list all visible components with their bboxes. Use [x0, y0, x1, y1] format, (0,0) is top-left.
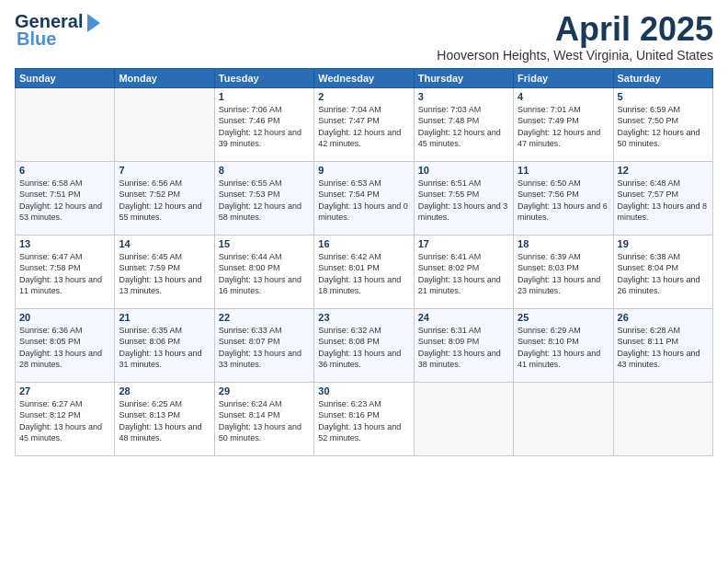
daylight-text: Daylight: 12 hours and 50 minutes. [618, 128, 700, 149]
day-cell-5-5 [414, 382, 513, 455]
day-info: Sunrise: 6:55 AMSunset: 7:53 PMDaylight:… [219, 178, 310, 224]
daylight-text: Daylight: 12 hours and 53 minutes. [19, 201, 102, 223]
sunset-text: Sunset: 8:16 PM [318, 410, 380, 419]
day-number: 8 [219, 165, 310, 176]
sunrise-text: Sunrise: 7:06 AM [219, 105, 282, 114]
day-number: 7 [119, 165, 210, 176]
day-info: Sunrise: 6:39 AMSunset: 8:03 PMDaylight:… [518, 251, 609, 297]
day-cell-2-1: 6Sunrise: 6:58 AMSunset: 7:51 PMDaylight… [16, 161, 115, 235]
sunset-text: Sunset: 8:05 PM [19, 337, 81, 346]
day-number: 23 [318, 312, 409, 323]
day-number: 5 [618, 91, 709, 102]
sunrise-text: Sunrise: 7:01 AM [518, 105, 581, 114]
day-info: Sunrise: 6:33 AMSunset: 8:07 PMDaylight:… [219, 325, 310, 371]
logo: General Blue [15, 11, 100, 50]
daylight-text: Daylight: 13 hours and 52 minutes. [318, 422, 401, 443]
col-thursday: Thursday [414, 68, 513, 87]
day-cell-5-6 [514, 382, 613, 455]
day-number: 3 [418, 91, 509, 102]
sunset-text: Sunset: 7:53 PM [219, 190, 280, 199]
day-cell-4-4: 23Sunrise: 6:32 AMSunset: 8:08 PMDayligh… [314, 308, 414, 382]
sunrise-text: Sunrise: 6:36 AM [19, 326, 83, 335]
day-info: Sunrise: 6:58 AMSunset: 7:51 PMDaylight:… [19, 178, 110, 224]
day-number: 15 [219, 238, 310, 249]
day-cell-2-7: 12Sunrise: 6:48 AMSunset: 7:57 PMDayligh… [613, 161, 712, 235]
day-info: Sunrise: 7:03 AMSunset: 7:48 PMDaylight:… [418, 104, 509, 150]
sunrise-text: Sunrise: 6:33 AM [219, 326, 282, 335]
daylight-text: Daylight: 13 hours and 23 minutes. [518, 275, 600, 296]
day-cell-1-7: 5Sunrise: 6:59 AMSunset: 7:50 PMDaylight… [613, 87, 712, 161]
day-info: Sunrise: 7:04 AMSunset: 7:47 PMDaylight:… [318, 104, 409, 150]
calendar-header-row: Sunday Monday Tuesday Wednesday Thursday… [16, 68, 713, 87]
col-tuesday: Tuesday [214, 68, 313, 87]
day-info: Sunrise: 6:38 AMSunset: 8:04 PMDaylight:… [618, 251, 709, 297]
daylight-text: Daylight: 13 hours and 50 minutes. [219, 422, 301, 443]
day-cell-3-4: 16Sunrise: 6:42 AMSunset: 8:01 PMDayligh… [314, 235, 414, 308]
page: General Blue April 2025 Hooverson Height… [0, 0, 728, 563]
day-number: 2 [318, 91, 409, 102]
day-number: 30 [318, 385, 409, 396]
day-info: Sunrise: 6:41 AMSunset: 8:02 PMDaylight:… [418, 251, 509, 297]
daylight-text: Daylight: 12 hours and 39 minutes. [219, 128, 301, 149]
day-cell-5-4: 30Sunrise: 6:23 AMSunset: 8:16 PMDayligh… [314, 382, 414, 455]
daylight-text: Daylight: 13 hours and 0 minutes. [318, 201, 408, 223]
day-number: 14 [119, 238, 210, 249]
sunrise-text: Sunrise: 6:53 AM [318, 178, 381, 188]
day-cell-4-1: 20Sunrise: 6:36 AMSunset: 8:05 PMDayligh… [16, 308, 115, 382]
day-number: 24 [418, 312, 509, 323]
sunrise-text: Sunrise: 6:59 AM [618, 105, 681, 114]
sunset-text: Sunset: 8:01 PM [318, 263, 380, 272]
sunset-text: Sunset: 7:58 PM [19, 263, 81, 272]
day-cell-4-6: 25Sunrise: 6:29 AMSunset: 8:10 PMDayligh… [514, 308, 613, 382]
daylight-text: Daylight: 13 hours and 41 minutes. [518, 349, 600, 370]
day-cell-5-2: 28Sunrise: 6:25 AMSunset: 8:13 PMDayligh… [115, 382, 214, 455]
day-cell-4-2: 21Sunrise: 6:35 AMSunset: 8:06 PMDayligh… [115, 308, 214, 382]
sunrise-text: Sunrise: 6:41 AM [418, 252, 482, 261]
day-cell-1-6: 4Sunrise: 7:01 AMSunset: 7:49 PMDaylight… [514, 87, 613, 161]
day-cell-5-1: 27Sunrise: 6:27 AMSunset: 8:12 PMDayligh… [16, 382, 115, 455]
day-cell-2-2: 7Sunrise: 6:56 AMSunset: 7:52 PMDaylight… [115, 161, 214, 235]
week-row-1: 1Sunrise: 7:06 AMSunset: 7:46 PMDaylight… [16, 87, 713, 161]
sunset-text: Sunset: 8:00 PM [219, 263, 280, 272]
day-cell-2-6: 11Sunrise: 6:50 AMSunset: 7:56 PMDayligh… [514, 161, 613, 235]
sunrise-text: Sunrise: 6:50 AM [518, 178, 581, 188]
sunset-text: Sunset: 8:08 PM [318, 337, 380, 346]
day-cell-4-3: 22Sunrise: 6:33 AMSunset: 8:07 PMDayligh… [214, 308, 313, 382]
sunrise-text: Sunrise: 6:29 AM [518, 326, 581, 335]
day-cell-4-5: 24Sunrise: 6:31 AMSunset: 8:09 PMDayligh… [414, 308, 513, 382]
week-row-4: 20Sunrise: 6:36 AMSunset: 8:05 PMDayligh… [16, 308, 713, 382]
day-number: 21 [119, 312, 210, 323]
day-info: Sunrise: 6:28 AMSunset: 8:11 PMDaylight:… [618, 325, 709, 371]
sunrise-text: Sunrise: 6:56 AM [119, 178, 182, 188]
sunset-text: Sunset: 7:55 PM [418, 190, 480, 199]
sunrise-text: Sunrise: 6:58 AM [19, 178, 83, 188]
sunset-text: Sunset: 8:13 PM [119, 410, 180, 419]
logo-triangle-icon [87, 14, 100, 32]
day-cell-1-4: 2Sunrise: 7:04 AMSunset: 7:47 PMDaylight… [314, 87, 414, 161]
day-number: 20 [19, 312, 110, 323]
day-number: 10 [418, 165, 509, 176]
daylight-text: Daylight: 13 hours and 16 minutes. [219, 275, 301, 296]
day-number: 4 [518, 91, 609, 102]
day-info: Sunrise: 6:45 AMSunset: 7:59 PMDaylight:… [119, 251, 210, 297]
daylight-text: Daylight: 12 hours and 42 minutes. [318, 128, 401, 149]
sunset-text: Sunset: 8:14 PM [219, 410, 280, 419]
daylight-text: Daylight: 13 hours and 18 minutes. [318, 275, 401, 296]
day-info: Sunrise: 6:44 AMSunset: 8:00 PMDaylight:… [219, 251, 310, 297]
day-info: Sunrise: 6:36 AMSunset: 8:05 PMDaylight:… [19, 325, 110, 371]
day-info: Sunrise: 6:51 AMSunset: 7:55 PMDaylight:… [418, 178, 509, 224]
sunrise-text: Sunrise: 6:48 AM [618, 178, 681, 188]
daylight-text: Daylight: 13 hours and 33 minutes. [219, 349, 301, 370]
day-number: 6 [19, 165, 110, 176]
day-info: Sunrise: 6:59 AMSunset: 7:50 PMDaylight:… [618, 104, 709, 150]
day-number: 17 [418, 238, 509, 249]
week-row-5: 27Sunrise: 6:27 AMSunset: 8:12 PMDayligh… [16, 382, 713, 455]
daylight-text: Daylight: 13 hours and 38 minutes. [418, 349, 501, 370]
daylight-text: Daylight: 13 hours and 43 minutes. [618, 349, 700, 370]
day-cell-1-2 [115, 87, 214, 161]
day-number: 27 [19, 385, 110, 396]
day-cell-3-1: 13Sunrise: 6:47 AMSunset: 7:58 PMDayligh… [16, 235, 115, 308]
sunrise-text: Sunrise: 6:24 AM [219, 399, 282, 408]
header: General Blue April 2025 Hooverson Height… [15, 11, 713, 63]
day-info: Sunrise: 6:42 AMSunset: 8:01 PMDaylight:… [318, 251, 409, 297]
